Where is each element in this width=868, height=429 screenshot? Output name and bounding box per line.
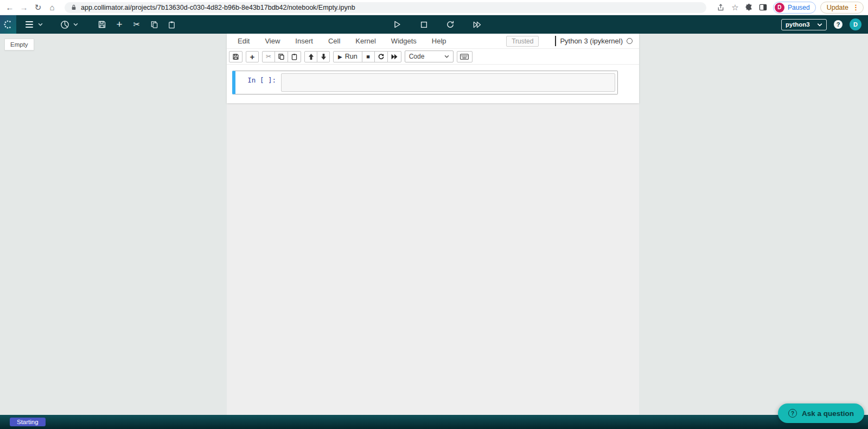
menu-insert[interactable]: Insert — [288, 37, 321, 45]
file-tab-empty[interactable]: Empty — [4, 39, 34, 51]
nb-save-button[interactable] — [229, 51, 242, 62]
main-menu-caret[interactable] — [38, 23, 43, 26]
stop-icon: ■ — [366, 53, 370, 60]
play-icon: ▶ — [338, 54, 342, 60]
stop-simulation-button[interactable] — [416, 17, 431, 32]
notebook-menubar-right: Trusted Python 3 (ipykernel) — [506, 36, 635, 47]
copy-icon — [278, 53, 285, 60]
arrow-down-icon — [321, 53, 327, 60]
file-tab-label: Empty — [10, 41, 28, 48]
kernel-select-value: python3 — [786, 21, 810, 28]
browser-toolbar: ← → ↻ ⌂ app.collimator.ai/projects/7b136… — [0, 0, 868, 15]
profile-sync-chip[interactable]: D Paused — [773, 2, 816, 14]
save-button[interactable] — [94, 17, 110, 32]
address-bar[interactable]: app.collimator.ai/projects/7b13630d-c030… — [65, 2, 706, 13]
nb-run-button[interactable]: ▶ Run — [333, 51, 362, 62]
bookmark-button[interactable]: ☆ — [728, 1, 742, 14]
model-time-button[interactable] — [57, 17, 72, 32]
kernel-idle-icon — [627, 38, 633, 44]
status-bar: Starting — [0, 415, 868, 429]
fast-forward-icon — [391, 54, 398, 60]
menu-edit[interactable]: Edit — [230, 37, 257, 45]
run-simulation-button[interactable] — [390, 17, 405, 32]
nb-move-up-button[interactable] — [304, 51, 317, 62]
menu-view[interactable]: View — [257, 37, 288, 45]
chevron-down-icon — [73, 23, 78, 26]
app-toolbar: + ✂ — [0, 15, 868, 34]
side-panel-icon — [759, 3, 767, 11]
cell-type-value: Code — [409, 53, 425, 60]
browser-reload-button[interactable]: ↻ — [31, 1, 45, 14]
play-outline-icon — [393, 20, 401, 29]
clipboard-icon — [291, 53, 298, 60]
browser-back-button[interactable]: ← — [3, 1, 17, 14]
scissors-icon: ✂ — [133, 20, 141, 29]
update-label: Update — [827, 4, 848, 11]
restart-icon — [378, 53, 385, 60]
ask-question-button[interactable]: ? Ask a question — [778, 403, 864, 423]
extensions-button[interactable] — [742, 1, 756, 14]
stop-outline-icon — [420, 21, 428, 29]
run-label: Run — [345, 53, 358, 60]
browser-update-button[interactable]: Update ⋮ — [820, 2, 864, 14]
nb-add-cell-button[interactable]: + — [246, 51, 259, 62]
app-toolbar-right: python3 ? D — [781, 15, 861, 34]
code-cell[interactable]: In [ ]: — [232, 71, 618, 94]
question-mark-icon: ? — [837, 21, 840, 28]
cut-button[interactable]: ✂ — [129, 17, 144, 32]
share-button[interactable] — [714, 1, 728, 14]
simulation-controls — [390, 15, 484, 34]
menu-widgets[interactable]: Widgets — [384, 37, 424, 45]
plus-icon: + — [116, 18, 122, 30]
kernel-select[interactable]: python3 — [781, 19, 827, 30]
kernel-divider — [555, 36, 556, 46]
cell-type-select[interactable]: Code — [405, 51, 454, 62]
command-palette-button[interactable] — [457, 51, 473, 62]
menu-help[interactable]: Help — [424, 37, 454, 45]
kernel-name-label: Python 3 (ipykernel) — [560, 37, 623, 45]
side-panel-button[interactable] — [756, 1, 770, 14]
scissors-icon: ✂ — [266, 53, 271, 60]
nb-restart-run-all-button[interactable] — [387, 51, 401, 62]
nb-interrupt-button[interactable]: ■ — [362, 51, 375, 62]
lock-icon — [71, 4, 76, 11]
star-icon: ☆ — [731, 3, 738, 12]
notebook-panel: Edit View Insert Cell Kernel Widgets Hel… — [227, 34, 639, 415]
add-block-button[interactable]: + — [112, 17, 127, 32]
nb-restart-button[interactable] — [374, 51, 388, 62]
browser-menu-icon: ⋮ — [852, 3, 859, 11]
cell-code-editor[interactable] — [281, 73, 615, 92]
ask-question-label: Ask a question — [802, 409, 854, 418]
app-logo-button[interactable] — [0, 15, 16, 34]
fast-forward-button[interactable] — [469, 17, 484, 32]
refresh-icon — [446, 20, 455, 29]
copy-button[interactable] — [146, 17, 162, 32]
cell-input-prompt: In [ ]: — [235, 73, 281, 92]
browser-forward-button[interactable]: → — [17, 1, 31, 14]
nb-copy-button[interactable] — [275, 51, 288, 62]
trusted-badge[interactable]: Trusted — [506, 36, 539, 47]
menu-cell[interactable]: Cell — [321, 37, 348, 45]
menu-kernel[interactable]: Kernel — [348, 37, 384, 45]
kernel-status-badge: Starting — [10, 418, 46, 426]
browser-home-button[interactable]: ⌂ — [45, 1, 59, 14]
paste-button[interactable] — [164, 17, 179, 32]
nb-cut-button[interactable]: ✂ — [262, 51, 275, 62]
hamburger-icon — [25, 21, 33, 28]
model-time-caret[interactable] — [73, 23, 78, 26]
save-icon — [98, 20, 106, 29]
nb-move-down-button[interactable] — [317, 51, 330, 62]
nb-paste-button[interactable] — [288, 51, 301, 62]
help-button[interactable]: ? — [834, 20, 843, 29]
chevron-down-icon — [444, 55, 449, 58]
question-mark-icon: ? — [788, 409, 797, 418]
avatar-initial: D — [853, 21, 858, 28]
main-menu-button[interactable] — [22, 17, 37, 32]
user-avatar[interactable]: D — [850, 18, 861, 30]
home-icon: ⌂ — [49, 3, 54, 12]
fast-forward-outline-icon — [472, 21, 482, 29]
keyboard-icon — [460, 54, 469, 60]
notebook-container: Edit View Insert Cell Kernel Widgets Hel… — [227, 34, 639, 103]
refresh-button[interactable] — [443, 17, 458, 32]
arrow-up-icon — [308, 53, 314, 60]
